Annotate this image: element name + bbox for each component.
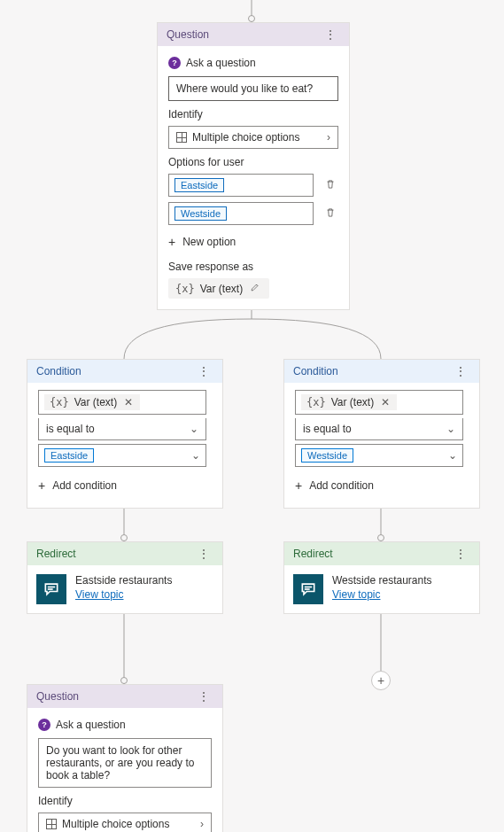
question-header: Question ⋮ xyxy=(158,23,349,46)
options-label: Options for user xyxy=(168,156,338,168)
chat-icon xyxy=(299,580,317,598)
redirect-title: Westside restaurants xyxy=(332,574,432,587)
chevron-down-icon: ⌄ xyxy=(190,423,198,435)
redirect-header: Redirect ⋮ xyxy=(284,542,479,565)
node-menu-button[interactable]: ⋮ xyxy=(451,366,470,377)
variable-chip[interactable]: {x} Var (text) xyxy=(168,278,269,299)
new-option-button[interactable]: + New option xyxy=(168,230,236,253)
condition-node-left: Condition ⋮ {x} Var (text) ✕ is equal to… xyxy=(27,359,223,509)
node-title: Question xyxy=(36,690,79,703)
node-menu-button[interactable]: ⋮ xyxy=(194,691,213,702)
view-topic-link[interactable]: View topic xyxy=(332,588,380,601)
option-chip: Westside xyxy=(174,206,227,221)
add-node-button[interactable]: + xyxy=(371,671,391,690)
multichoice-icon xyxy=(176,132,187,143)
connector-dot xyxy=(120,534,128,541)
plus-icon: + xyxy=(295,480,302,491)
ask-question-label: Ask a question xyxy=(56,719,126,731)
node-title: Condition xyxy=(293,365,338,377)
question-prompt-text: Do you want to look for other restaurant… xyxy=(46,744,194,781)
node-menu-button[interactable]: ⋮ xyxy=(194,366,213,377)
connector-dot xyxy=(377,534,384,541)
question-icon: ? xyxy=(38,719,50,731)
variable-icon: {x} xyxy=(50,396,69,408)
delete-option-button[interactable] xyxy=(322,176,338,195)
topic-icon xyxy=(36,574,66,604)
topic-icon xyxy=(293,574,323,604)
save-response-label: Save response as xyxy=(168,260,338,273)
identify-value: Multiple choice options xyxy=(192,131,299,144)
view-topic-link[interactable]: View topic xyxy=(75,588,123,601)
option-input-1[interactable]: Eastside xyxy=(168,174,314,197)
identify-label: Identify xyxy=(168,108,338,121)
question-node-1: Question ⋮ ? Ask a question Identify Mul… xyxy=(157,22,350,310)
connector-dot xyxy=(248,15,255,22)
clear-variable-button[interactable]: ✕ xyxy=(122,396,135,408)
condition-node-right: Condition ⋮ {x} Var (text) ✕ is equal to… xyxy=(283,359,480,509)
add-condition-label: Add condition xyxy=(309,479,374,492)
question-prompt-input[interactable] xyxy=(168,76,338,101)
new-option-label: New option xyxy=(182,236,236,248)
operator-value: is equal to xyxy=(303,423,352,435)
add-condition-button[interactable]: + Add condition xyxy=(295,474,374,497)
variable-name: Var (text) xyxy=(74,396,117,408)
condition-header: Condition ⋮ xyxy=(27,360,222,383)
value-dropdown[interactable]: Westside ⌄ xyxy=(295,444,463,467)
trash-icon xyxy=(324,178,337,191)
variable-icon: {x} xyxy=(175,283,195,295)
redirect-title: Eastside restaurants xyxy=(75,574,172,587)
option-input-2[interactable]: Westside xyxy=(168,202,314,225)
variable-name: Var (text) xyxy=(331,396,374,408)
value-chip: Eastside xyxy=(44,448,94,463)
node-menu-button[interactable]: ⋮ xyxy=(194,548,213,559)
plus-icon: + xyxy=(168,237,175,247)
trash-icon xyxy=(324,206,337,219)
redirect-node-right: Redirect ⋮ Westside restaurants View top… xyxy=(283,541,480,614)
variable-icon: {x} xyxy=(306,396,326,408)
operator-dropdown[interactable]: is equal to ⌄ xyxy=(295,418,463,440)
operator-dropdown[interactable]: is equal to ⌄ xyxy=(38,418,206,440)
ask-question-label: Ask a question xyxy=(186,57,256,69)
variable-name: Var (text) xyxy=(200,283,243,295)
redirect-node-left: Redirect ⋮ Eastside restaurants View top… xyxy=(27,541,223,614)
variable-selector[interactable]: {x} Var (text) ✕ xyxy=(38,390,206,415)
question-prompt-input[interactable]: Do you want to look for other restaurant… xyxy=(38,738,212,788)
add-condition-button[interactable]: + Add condition xyxy=(38,474,117,497)
operator-value: is equal to xyxy=(46,423,95,435)
node-menu-button[interactable]: ⋮ xyxy=(321,29,340,40)
chevron-right-icon: › xyxy=(200,818,204,830)
node-title: Redirect xyxy=(293,548,333,560)
question-icon: ? xyxy=(168,57,181,69)
value-chip: Westside xyxy=(301,448,353,463)
clear-variable-button[interactable]: ✕ xyxy=(379,396,392,408)
delete-option-button[interactable] xyxy=(322,205,338,223)
question-header: Question ⋮ xyxy=(27,685,222,708)
node-menu-button[interactable]: ⋮ xyxy=(451,548,470,559)
connector-dot xyxy=(120,677,128,684)
chevron-down-icon: ⌄ xyxy=(448,449,457,462)
edit-variable-button[interactable] xyxy=(248,282,262,295)
option-chip: Eastside xyxy=(174,178,224,192)
value-dropdown[interactable]: Eastside ⌄ xyxy=(38,444,206,467)
chat-icon xyxy=(43,580,60,598)
chevron-down-icon: ⌄ xyxy=(191,449,200,462)
add-condition-label: Add condition xyxy=(52,479,117,492)
redirect-header: Redirect ⋮ xyxy=(27,542,222,565)
identify-dropdown[interactable]: Multiple choice options › xyxy=(168,126,338,149)
condition-header: Condition ⋮ xyxy=(284,360,479,383)
pencil-icon xyxy=(250,282,260,292)
chevron-down-icon: ⌄ xyxy=(446,423,455,435)
chevron-right-icon: › xyxy=(327,131,330,144)
node-title: Question xyxy=(167,28,209,41)
question-node-2: Question ⋮ ? Ask a question Do you want … xyxy=(27,684,223,832)
node-title: Condition xyxy=(36,365,81,377)
multichoice-icon xyxy=(46,819,57,829)
identify-dropdown[interactable]: Multiple choice options › xyxy=(38,813,212,832)
variable-selector[interactable]: {x} Var (text) ✕ xyxy=(295,390,463,415)
identify-label: Identify xyxy=(38,795,212,807)
node-title: Redirect xyxy=(36,548,76,560)
identify-value: Multiple choice options xyxy=(62,818,169,830)
plus-icon: + xyxy=(377,675,384,686)
plus-icon: + xyxy=(38,480,45,491)
